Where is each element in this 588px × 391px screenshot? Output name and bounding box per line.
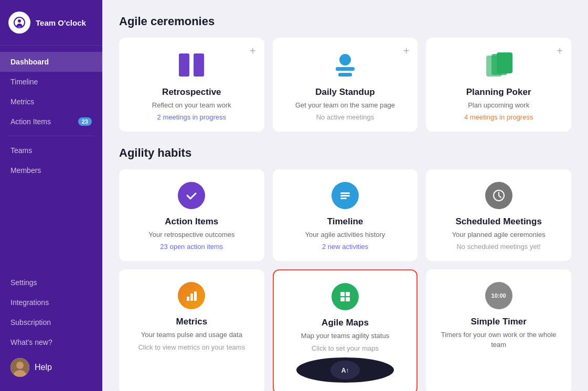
- timer-display: 10:00: [491, 292, 506, 299]
- svg-rect-18: [190, 294, 193, 301]
- metrics-icon: [178, 282, 205, 309]
- scheduled-meetings-desc: Your planned agile ceremonies: [436, 230, 561, 240]
- action-items-card[interactable]: Action Items Your retrospective outcomes…: [119, 169, 264, 261]
- simple-timer-title: Simple Timer: [436, 317, 561, 327]
- nav-divider: [8, 136, 94, 136]
- sidebar-bottom: Settings Integrations Subscription What'…: [0, 266, 102, 391]
- svg-rect-9: [338, 73, 352, 77]
- timeline-card[interactable]: Timeline Your agile activities history 2…: [273, 169, 418, 261]
- add-poker-icon[interactable]: +: [557, 45, 563, 57]
- svg-rect-6: [194, 53, 204, 77]
- simple-timer-desc: Timers for your own work or the whole te…: [436, 330, 561, 349]
- sidebar-item-dashboard[interactable]: Dashboard: [0, 52, 102, 72]
- sidebar-item-settings[interactable]: Settings: [0, 273, 102, 292]
- sidebar-item-label: Teams: [10, 146, 32, 155]
- sidebar: Team O'clock Dashboard Timeline Metrics …: [0, 0, 102, 391]
- sidebar-item-integrations[interactable]: Integrations: [0, 292, 102, 312]
- agility-habits-title: Agility habits: [119, 146, 571, 160]
- sidebar-nav: Dashboard Timeline Metrics Action Items …: [0, 46, 102, 266]
- planning-poker-card[interactable]: + Planning Poker Plan upcoming work 4 me…: [426, 38, 571, 132]
- action-items-title: Action Items: [130, 216, 254, 227]
- scheduled-meetings-card[interactable]: Scheduled Meetings Your planned agile ce…: [426, 169, 571, 261]
- timeline-title: Timeline: [283, 216, 408, 227]
- scheduled-meetings-title: Scheduled Meetings: [436, 216, 561, 227]
- timeline-desc: Your agile activities history: [283, 230, 408, 240]
- retrospective-desc: Reflect on your team work: [130, 101, 254, 110]
- svg-rect-22: [340, 297, 345, 301]
- action-items-link[interactable]: 23 open action items: [130, 243, 254, 251]
- svg-rect-21: [346, 292, 350, 296]
- sidebar-item-label: What's new?: [10, 338, 52, 346]
- poker-icon: [484, 50, 514, 80]
- sidebar-item-teams[interactable]: Teams: [0, 140, 102, 160]
- retrospective-card[interactable]: + Retrospective Reflect on your team wor…: [119, 38, 264, 132]
- action-items-desc: Your retrospective outcomes: [130, 230, 254, 240]
- metrics-title: Metrics: [130, 317, 254, 327]
- agile-maps-link: Click to set your maps: [284, 344, 407, 352]
- svg-rect-14: [340, 195, 350, 197]
- svg-rect-5: [179, 53, 189, 77]
- add-retrospective-icon[interactable]: +: [250, 45, 256, 57]
- svg-rect-20: [340, 292, 345, 296]
- timeline-link[interactable]: 2 new activities: [283, 243, 408, 251]
- sidebar-item-whats-new[interactable]: What's new?: [0, 332, 102, 352]
- agile-maps-icon: [332, 283, 359, 310]
- sidebar-item-help[interactable]: Help: [0, 352, 102, 383]
- action-items-icon: [178, 182, 205, 209]
- simple-timer-icon: 10:00: [485, 282, 512, 309]
- scheduled-meetings-icon: [485, 182, 512, 209]
- agile-ceremonies-title: Agile ceremonies: [119, 15, 571, 28]
- sidebar-item-label: Dashboard: [10, 58, 49, 66]
- sidebar-item-label: Metrics: [10, 97, 34, 106]
- agile-maps-desc: Map your teams agility status: [284, 331, 407, 341]
- svg-rect-15: [340, 198, 347, 199]
- metrics-link: Click to view metrics on your teams: [130, 343, 254, 351]
- retrospective-title: Retrospective: [130, 87, 254, 97]
- sidebar-item-metrics[interactable]: Metrics: [0, 92, 102, 112]
- standup-title: Daily Standup: [283, 87, 408, 97]
- svg-rect-17: [187, 297, 189, 301]
- timeline-icon: [332, 182, 359, 209]
- metrics-desc: Your teams pulse and usage data: [130, 330, 254, 340]
- poker-link[interactable]: 4 meetings in progress: [436, 113, 561, 121]
- agility-habits-grid: Action Items Your retrospective outcomes…: [119, 169, 571, 391]
- sidebar-item-label: Subscription: [10, 318, 51, 327]
- poker-desc: Plan upcoming work: [436, 101, 561, 110]
- standup-desc: Get your team on the same page: [283, 101, 408, 110]
- svg-text:A↑: A↑: [341, 367, 349, 374]
- svg-rect-12: [497, 52, 512, 73]
- sidebar-item-action-items[interactable]: Action Items 23: [0, 112, 102, 132]
- sidebar-item-label: Action Items: [10, 117, 51, 126]
- svg-point-1: [18, 19, 21, 23]
- agile-ceremonies-grid: + Retrospective Reflect on your team wor…: [119, 38, 571, 132]
- poker-title: Planning Poker: [436, 87, 561, 97]
- user-avatar: [10, 358, 29, 377]
- daily-standup-card[interactable]: + Daily Standup Get your team on the sam…: [273, 38, 418, 132]
- standup-icon: [330, 50, 360, 80]
- svg-rect-13: [340, 192, 350, 194]
- sidebar-item-label: Integrations: [10, 298, 49, 307]
- svg-point-3: [16, 362, 24, 369]
- svg-point-7: [339, 54, 351, 66]
- sidebar-logo[interactable]: Team O'clock: [0, 0, 102, 46]
- simple-timer-card[interactable]: 10:00 Simple Timer Timers for your own w…: [426, 269, 571, 391]
- action-items-badge: 23: [78, 117, 92, 126]
- main-content: Agile ceremonies + Retrospective Reflect…: [102, 0, 588, 391]
- svg-rect-23: [346, 297, 350, 301]
- agile-maps-card[interactable]: Agile Maps Map your teams agility status…: [273, 269, 418, 391]
- metrics-card[interactable]: Metrics Your teams pulse and usage data …: [119, 269, 264, 391]
- sidebar-item-members[interactable]: Members: [0, 160, 102, 180]
- retrospective-link[interactable]: 2 meetings in progress: [130, 113, 254, 121]
- sidebar-item-subscription[interactable]: Subscription: [0, 312, 102, 332]
- sidebar-item-timeline[interactable]: Timeline: [0, 72, 102, 92]
- agile-maps-title: Agile Maps: [284, 318, 407, 328]
- svg-rect-8: [336, 67, 355, 71]
- svg-rect-19: [194, 291, 197, 301]
- standup-link: No active meetings: [283, 113, 408, 121]
- sidebar-item-label: Timeline: [10, 78, 38, 86]
- add-standup-icon[interactable]: +: [403, 45, 410, 57]
- app-title: Team O'clock: [36, 18, 86, 27]
- retrospective-icon: [177, 50, 206, 80]
- agile-maps-preview: A↑: [296, 357, 394, 383]
- logo-icon: [8, 12, 30, 34]
